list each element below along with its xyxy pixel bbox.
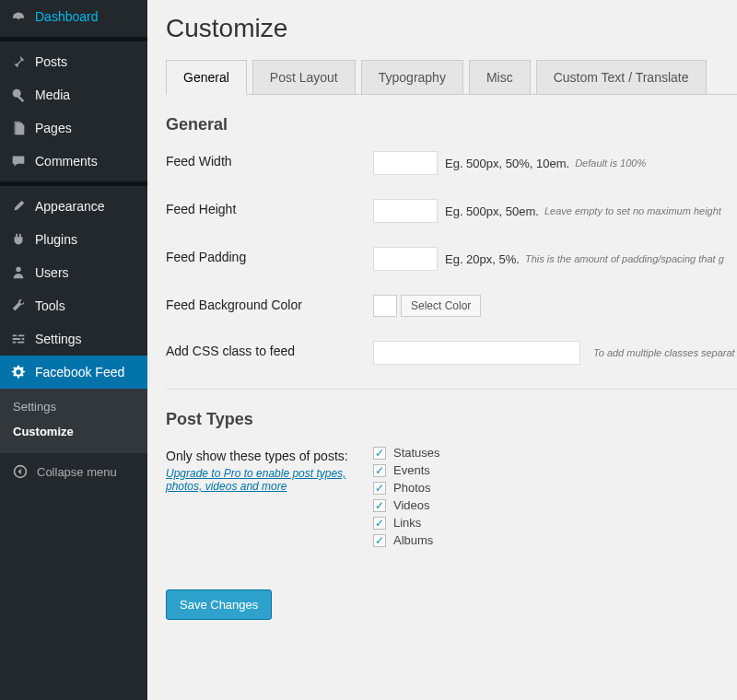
sidebar-item-label: Users	[35, 265, 69, 280]
section-title-general: General	[166, 115, 737, 134]
tab-post-layout[interactable]: Post Layout	[252, 60, 356, 94]
row-bg-color: Feed Background Color Select Color	[166, 295, 737, 317]
tab-custom-text[interactable]: Custom Text / Translate	[536, 60, 707, 94]
row-feed-width: Feed Width Eg. 500px, 50%, 10em. Default…	[166, 151, 737, 175]
sidebar-item-label: Plugins	[35, 232, 77, 247]
sidebar-item-facebook-feed[interactable]: Facebook Feed	[0, 356, 147, 389]
sidebar-item-label: Tools	[35, 298, 65, 313]
plug-icon	[9, 230, 28, 249]
hint2-feed-height: Leave empty to set no maximum height	[544, 205, 721, 216]
menu-separator	[0, 37, 147, 41]
checkbox-links[interactable]: ✓Links	[373, 516, 440, 530]
sidebar-item-label: Settings	[35, 332, 82, 346]
sidebar-item-pages[interactable]: Pages	[0, 111, 147, 145]
check-icon: ✓	[373, 447, 386, 460]
sidebar-item-label: Dashboard	[35, 9, 99, 24]
sidebar-item-label: Media	[35, 88, 70, 102]
page-title: Customize	[166, 14, 737, 43]
check-icon: ✓	[373, 499, 386, 512]
option-label: Statuses	[393, 446, 440, 460]
option-label: Events	[393, 463, 430, 477]
input-css-class[interactable]	[373, 341, 580, 365]
sidebar-item-media[interactable]: Media	[0, 78, 147, 111]
sidebar-item-tools[interactable]: Tools	[0, 289, 147, 322]
row-feed-height: Feed Height Eg. 500px, 50em. Leave empty…	[166, 199, 737, 223]
section-title-post-types: Post Types	[166, 410, 737, 429]
check-icon: ✓	[373, 534, 386, 547]
check-icon: ✓	[373, 482, 386, 495]
menu-separator	[0, 181, 147, 186]
option-label: Photos	[393, 481, 430, 495]
label-css-class: Add CSS class to feed	[166, 341, 373, 358]
gear-icon	[9, 363, 28, 381]
sidebar-item-users[interactable]: Users	[0, 256, 147, 289]
submenu-item-customize[interactable]: Customize	[0, 419, 147, 444]
label-feed-width: Feed Width	[166, 151, 373, 169]
check-icon: ✓	[373, 464, 386, 477]
collapse-menu[interactable]: Collapse menu	[0, 453, 147, 490]
row-post-types: Only show these types of posts: Upgrade …	[166, 446, 737, 547]
input-feed-height[interactable]	[373, 199, 438, 223]
hint-feed-width: Eg. 500px, 50%, 10em.	[445, 157, 569, 170]
checkbox-videos[interactable]: ✓Videos	[373, 498, 440, 512]
input-feed-padding[interactable]	[373, 247, 438, 271]
sidebar-item-label: Pages	[35, 121, 72, 135]
sidebar-item-label: Posts	[35, 54, 67, 69]
pages-icon	[9, 119, 28, 137]
row-css-class: Add CSS class to feed To add multiple cl…	[166, 341, 737, 365]
checkbox-albums[interactable]: ✓Albums	[373, 533, 440, 547]
option-label: Albums	[393, 533, 433, 547]
tab-typography[interactable]: Typography	[361, 60, 463, 94]
sliders-icon	[9, 330, 28, 348]
save-changes-button[interactable]: Save Changes	[166, 589, 272, 620]
collapse-icon	[11, 462, 29, 481]
sidebar-item-label: Appearance	[35, 199, 105, 214]
row-feed-padding: Feed Padding Eg. 20px, 5%. This is the a…	[166, 247, 737, 271]
post-types-text: Only show these types of posts:	[166, 449, 373, 463]
input-feed-width[interactable]	[373, 151, 438, 175]
option-label: Links	[393, 516, 421, 530]
media-icon	[9, 86, 28, 104]
sidebar-item-comments[interactable]: Comments	[0, 145, 147, 178]
collapse-label: Collapse menu	[37, 465, 117, 479]
dashboard-icon	[9, 7, 28, 26]
sidebar-item-settings[interactable]: Settings	[0, 322, 147, 356]
sidebar-item-dashboard[interactable]: Dashboard	[0, 0, 147, 33]
sidebar-item-posts[interactable]: Posts	[0, 45, 147, 78]
sidebar-item-label: Facebook Feed	[35, 365, 124, 379]
admin-sidebar: Dashboard Posts Media Pages Comments App…	[0, 0, 147, 700]
sidebar-item-plugins[interactable]: Plugins	[0, 223, 147, 256]
hint-css-class: To add multiple classes separat	[593, 347, 735, 358]
post-types-options: ✓Statuses ✓Events ✓Photos ✓Videos ✓Links…	[373, 446, 440, 547]
svg-point-2	[16, 267, 20, 272]
hint2-feed-width: Default is 100%	[575, 158, 646, 169]
svg-point-1	[13, 89, 21, 98]
checkbox-events[interactable]: ✓Events	[373, 463, 440, 477]
brush-icon	[9, 197, 28, 216]
sidebar-submenu: Settings Customize	[0, 389, 147, 453]
wrench-icon	[9, 297, 28, 315]
hint-feed-height: Eg. 500px, 50em.	[445, 204, 539, 218]
checkbox-statuses[interactable]: ✓Statuses	[373, 446, 440, 460]
option-label: Videos	[393, 498, 430, 512]
submenu-item-settings[interactable]: Settings	[0, 394, 147, 419]
comments-icon	[9, 152, 28, 170]
select-color-button[interactable]: Select Color	[401, 295, 481, 317]
user-icon	[9, 263, 28, 282]
tab-misc[interactable]: Misc	[469, 60, 531, 94]
label-feed-height: Feed Height	[166, 199, 373, 216]
hint-feed-padding: Eg. 20px, 5%.	[445, 252, 520, 266]
label-feed-padding: Feed Padding	[166, 247, 373, 264]
tab-general[interactable]: General	[166, 60, 247, 95]
hint2-feed-padding: This is the amount of padding/spacing th…	[525, 253, 724, 264]
sidebar-item-appearance[interactable]: Appearance	[0, 190, 147, 223]
main-content: Customize General Post Layout Typography…	[147, 0, 737, 700]
section-divider	[166, 389, 737, 390]
label-post-types: Only show these types of posts: Upgrade …	[166, 446, 373, 493]
check-icon: ✓	[373, 517, 386, 530]
color-swatch[interactable]	[373, 295, 397, 317]
pin-icon	[9, 52, 28, 71]
tab-bar: General Post Layout Typography Misc Cust…	[166, 60, 737, 95]
upgrade-link[interactable]: Upgrade to Pro to enable post types, pho…	[166, 467, 373, 493]
checkbox-photos[interactable]: ✓Photos	[373, 481, 440, 495]
